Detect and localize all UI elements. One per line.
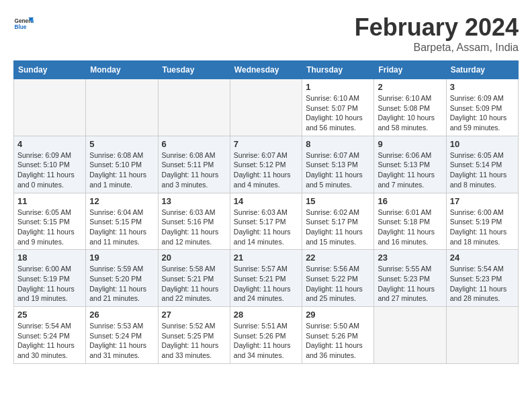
- day-detail: Sunrise: 6:10 AM Sunset: 5:07 PM Dayligh…: [306, 93, 370, 133]
- day-detail: Sunrise: 6:05 AM Sunset: 5:15 PM Dayligh…: [17, 208, 82, 247]
- day-number: 12: [89, 196, 154, 206]
- calendar-cell: [14, 79, 86, 136]
- day-number: 4: [17, 139, 82, 149]
- col-header-wednesday: Wednesday: [230, 61, 302, 79]
- logo: General Blue: [13, 13, 34, 34]
- calendar-cell: 11Sunrise: 6:05 AM Sunset: 5:15 PM Dayli…: [14, 193, 86, 250]
- logo-icon: General Blue: [13, 13, 34, 34]
- day-number: 25: [17, 310, 82, 320]
- calendar-cell: 3Sunrise: 6:09 AM Sunset: 5:09 PM Daylig…: [446, 79, 518, 136]
- calendar-cell: 12Sunrise: 6:04 AM Sunset: 5:15 PM Dayli…: [86, 193, 158, 250]
- week-row-2: 4Sunrise: 6:09 AM Sunset: 5:10 PM Daylig…: [14, 136, 519, 193]
- calendar-cell: 8Sunrise: 6:07 AM Sunset: 5:13 PM Daylig…: [302, 136, 374, 193]
- calendar-cell: 5Sunrise: 6:08 AM Sunset: 5:10 PM Daylig…: [86, 136, 158, 193]
- day-detail: Sunrise: 5:50 AM Sunset: 5:26 PM Dayligh…: [306, 321, 370, 361]
- calendar-cell: 6Sunrise: 6:08 AM Sunset: 5:11 PM Daylig…: [158, 136, 230, 193]
- calendar-table: SundayMondayTuesdayWednesdayThursdayFrid…: [13, 60, 519, 364]
- day-detail: Sunrise: 6:06 AM Sunset: 5:13 PM Dayligh…: [378, 150, 442, 190]
- calendar-cell: 17Sunrise: 6:00 AM Sunset: 5:19 PM Dayli…: [446, 193, 518, 250]
- calendar-cell: 16Sunrise: 6:01 AM Sunset: 5:18 PM Dayli…: [374, 193, 446, 250]
- day-number: 9: [378, 139, 442, 149]
- calendar-cell: 7Sunrise: 6:07 AM Sunset: 5:12 PM Daylig…: [230, 136, 302, 193]
- calendar-cell: 28Sunrise: 5:51 AM Sunset: 5:26 PM Dayli…: [230, 307, 302, 364]
- col-header-thursday: Thursday: [302, 61, 374, 79]
- calendar-cell: 29Sunrise: 5:50 AM Sunset: 5:26 PM Dayli…: [302, 307, 374, 364]
- day-detail: Sunrise: 5:54 AM Sunset: 5:23 PM Dayligh…: [450, 264, 515, 304]
- calendar-cell: 4Sunrise: 6:09 AM Sunset: 5:10 PM Daylig…: [14, 136, 86, 193]
- day-number: 21: [234, 253, 298, 263]
- calendar-cell: [446, 307, 518, 364]
- calendar-cell: 25Sunrise: 5:54 AM Sunset: 5:24 PM Dayli…: [14, 307, 86, 364]
- title-area: February 2024 Barpeta, Assam, India: [355, 13, 519, 54]
- col-header-friday: Friday: [374, 61, 446, 79]
- day-number: 14: [234, 196, 298, 206]
- day-number: 11: [17, 196, 82, 206]
- page-header: General Blue February 2024 Barpeta, Assa…: [13, 13, 519, 54]
- calendar-cell: [230, 79, 302, 136]
- col-header-tuesday: Tuesday: [158, 61, 230, 79]
- day-number: 15: [306, 196, 370, 206]
- day-number: 1: [306, 82, 370, 92]
- day-number: 20: [162, 253, 226, 263]
- col-header-saturday: Saturday: [446, 61, 518, 79]
- day-number: 17: [450, 196, 515, 206]
- calendar-cell: 19Sunrise: 5:59 AM Sunset: 5:20 PM Dayli…: [86, 250, 158, 307]
- day-number: 3: [450, 82, 515, 92]
- location-title: Barpeta, Assam, India: [355, 42, 519, 54]
- day-number: 10: [450, 139, 515, 149]
- calendar-cell: 20Sunrise: 5:58 AM Sunset: 5:21 PM Dayli…: [158, 250, 230, 307]
- day-detail: Sunrise: 5:54 AM Sunset: 5:24 PM Dayligh…: [17, 321, 82, 361]
- week-row-1: 1Sunrise: 6:10 AM Sunset: 5:07 PM Daylig…: [14, 79, 519, 136]
- day-detail: Sunrise: 6:08 AM Sunset: 5:10 PM Dayligh…: [89, 150, 154, 190]
- day-detail: Sunrise: 6:10 AM Sunset: 5:08 PM Dayligh…: [378, 93, 442, 133]
- day-detail: Sunrise: 5:52 AM Sunset: 5:25 PM Dayligh…: [162, 321, 226, 361]
- day-detail: Sunrise: 6:01 AM Sunset: 5:18 PM Dayligh…: [378, 208, 442, 247]
- day-number: 28: [234, 310, 298, 320]
- col-header-monday: Monday: [86, 61, 158, 79]
- day-number: 2: [378, 82, 442, 92]
- calendar-header-row: SundayMondayTuesdayWednesdayThursdayFrid…: [14, 61, 519, 79]
- day-detail: Sunrise: 6:04 AM Sunset: 5:15 PM Dayligh…: [89, 208, 154, 247]
- calendar-cell: 26Sunrise: 5:53 AM Sunset: 5:24 PM Dayli…: [86, 307, 158, 364]
- calendar-cell: 9Sunrise: 6:06 AM Sunset: 5:13 PM Daylig…: [374, 136, 446, 193]
- day-number: 24: [450, 253, 515, 263]
- day-detail: Sunrise: 6:09 AM Sunset: 5:10 PM Dayligh…: [17, 150, 82, 190]
- day-number: 8: [306, 139, 370, 149]
- col-header-sunday: Sunday: [14, 61, 86, 79]
- day-detail: Sunrise: 5:51 AM Sunset: 5:26 PM Dayligh…: [234, 321, 298, 361]
- day-detail: Sunrise: 6:00 AM Sunset: 5:19 PM Dayligh…: [450, 208, 515, 247]
- day-number: 5: [89, 139, 154, 149]
- calendar-cell: [158, 79, 230, 136]
- day-number: 13: [162, 196, 226, 206]
- day-detail: Sunrise: 6:05 AM Sunset: 5:14 PM Dayligh…: [450, 150, 515, 190]
- calendar-cell: 18Sunrise: 6:00 AM Sunset: 5:19 PM Dayli…: [14, 250, 86, 307]
- week-row-4: 18Sunrise: 6:00 AM Sunset: 5:19 PM Dayli…: [14, 250, 519, 307]
- calendar-cell: 27Sunrise: 5:52 AM Sunset: 5:25 PM Dayli…: [158, 307, 230, 364]
- day-number: 26: [89, 310, 154, 320]
- calendar-cell: 10Sunrise: 6:05 AM Sunset: 5:14 PM Dayli…: [446, 136, 518, 193]
- calendar-cell: 15Sunrise: 6:02 AM Sunset: 5:17 PM Dayli…: [302, 193, 374, 250]
- day-detail: Sunrise: 6:03 AM Sunset: 5:17 PM Dayligh…: [234, 208, 298, 247]
- day-detail: Sunrise: 5:56 AM Sunset: 5:22 PM Dayligh…: [306, 264, 370, 304]
- calendar-cell: 13Sunrise: 6:03 AM Sunset: 5:16 PM Dayli…: [158, 193, 230, 250]
- day-number: 27: [162, 310, 226, 320]
- calendar-cell: 21Sunrise: 5:57 AM Sunset: 5:21 PM Dayli…: [230, 250, 302, 307]
- calendar-cell: [374, 307, 446, 364]
- day-number: 19: [89, 253, 154, 263]
- day-number: 16: [378, 196, 442, 206]
- day-number: 23: [378, 253, 442, 263]
- day-detail: Sunrise: 6:02 AM Sunset: 5:17 PM Dayligh…: [306, 208, 370, 247]
- day-detail: Sunrise: 6:08 AM Sunset: 5:11 PM Dayligh…: [162, 150, 226, 190]
- day-number: 22: [306, 253, 370, 263]
- day-number: 18: [17, 253, 82, 263]
- day-detail: Sunrise: 5:55 AM Sunset: 5:23 PM Dayligh…: [378, 264, 442, 304]
- day-detail: Sunrise: 5:58 AM Sunset: 5:21 PM Dayligh…: [162, 264, 226, 304]
- day-detail: Sunrise: 5:59 AM Sunset: 5:20 PM Dayligh…: [89, 264, 154, 304]
- day-detail: Sunrise: 6:07 AM Sunset: 5:13 PM Dayligh…: [306, 150, 370, 190]
- week-row-5: 25Sunrise: 5:54 AM Sunset: 5:24 PM Dayli…: [14, 307, 519, 364]
- day-detail: Sunrise: 6:00 AM Sunset: 5:19 PM Dayligh…: [17, 264, 82, 304]
- month-title: February 2024: [355, 13, 519, 42]
- calendar-cell: 24Sunrise: 5:54 AM Sunset: 5:23 PM Dayli…: [446, 250, 518, 307]
- calendar-cell: 22Sunrise: 5:56 AM Sunset: 5:22 PM Dayli…: [302, 250, 374, 307]
- svg-text:Blue: Blue: [15, 24, 27, 30]
